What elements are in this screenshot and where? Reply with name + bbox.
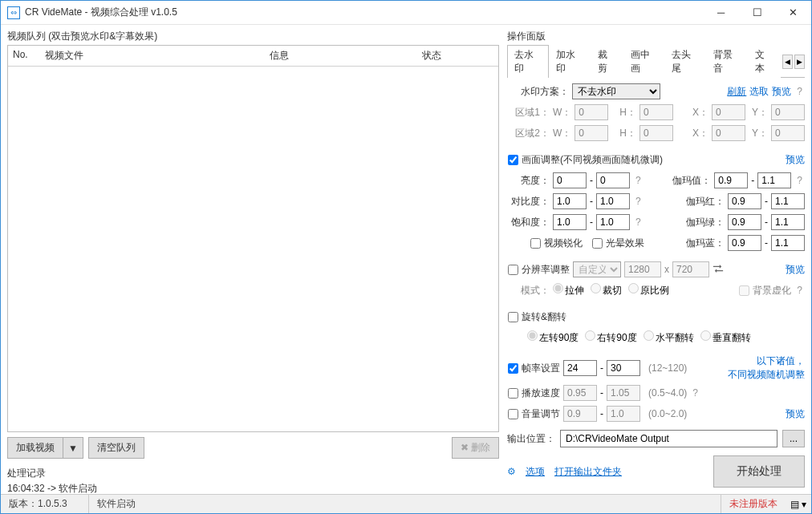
fps-lo[interactable] — [563, 360, 597, 376]
status-registration: 未注册版本 — [721, 497, 786, 511]
gammar-lo[interactable] — [728, 193, 761, 209]
area1-label: 区域1： — [508, 106, 550, 119]
open-output-link[interactable]: 打开输出文件夹 — [554, 465, 622, 479]
rot-fh-radio[interactable] — [644, 330, 654, 341]
area2-h[interactable] — [639, 125, 673, 141]
vol-hi[interactable] — [607, 406, 640, 422]
tab-add-watermark[interactable]: 加水印 — [549, 45, 591, 78]
log-title: 处理记录 — [7, 467, 499, 480]
rot-checkbox[interactable] — [508, 312, 518, 322]
area1-x[interactable] — [712, 104, 745, 120]
speed-lo[interactable] — [563, 385, 597, 401]
tab-pip[interactable]: 画中画 — [623, 45, 665, 78]
wm-scheme-label: 水印方案： — [521, 85, 569, 99]
area1-y[interactable] — [771, 104, 805, 120]
tab-crop[interactable]: 裁剪 — [591, 45, 623, 78]
panel-title: 操作面版 — [507, 28, 805, 45]
gamma-lo[interactable] — [714, 172, 748, 188]
sat-lo[interactable] — [553, 214, 587, 230]
vol-checkbox[interactable] — [508, 409, 518, 419]
start-button[interactable]: 开始处理 — [713, 455, 805, 488]
wm-scheme-select[interactable]: 不去水印 — [572, 83, 660, 99]
adj-checkbox[interactable] — [508, 155, 518, 165]
fps-checkbox[interactable] — [508, 363, 518, 374]
swap-icon[interactable] — [713, 264, 724, 276]
delete-icon: ✖ — [461, 442, 471, 453]
sharpen-checkbox[interactable] — [530, 238, 541, 249]
bright-lo[interactable] — [553, 172, 587, 188]
contrast-lo[interactable] — [553, 193, 587, 209]
rot-fv-radio[interactable] — [700, 330, 711, 341]
close-button[interactable]: ✕ — [775, 1, 811, 24]
gammag-lo[interactable] — [728, 214, 761, 230]
area2-y[interactable] — [771, 125, 805, 141]
mode-stretch-radio[interactable] — [553, 283, 563, 293]
adj-preview-link[interactable]: 预览 — [786, 153, 805, 167]
tab-scroll-left[interactable]: ◀ — [782, 55, 793, 69]
res-checkbox[interactable] — [508, 265, 518, 275]
res-preset-select[interactable]: 自定义 — [573, 261, 621, 277]
gammab-hi[interactable] — [771, 235, 805, 251]
app-icon: ⇔ — [7, 6, 20, 19]
tab-remove-watermark[interactable]: 去水印 — [507, 45, 549, 78]
minimize-button[interactable]: ─ — [703, 1, 739, 24]
col-state: 状态 — [417, 46, 498, 66]
tab-bgm[interactable]: 背景音 — [706, 45, 748, 78]
speed-checkbox[interactable] — [508, 388, 518, 399]
res-h[interactable] — [672, 261, 709, 277]
help-icon[interactable]: ? — [690, 387, 700, 399]
sat-hi[interactable] — [596, 214, 630, 230]
tab-trim[interactable]: 去头尾 — [664, 45, 706, 78]
area1-w[interactable] — [574, 104, 608, 120]
wm-refresh-link[interactable]: 刷新 — [727, 85, 746, 99]
contrast-hi[interactable] — [596, 193, 630, 209]
clear-queue-button[interactable]: 清空队列 — [88, 437, 144, 459]
fps-hi[interactable] — [607, 360, 640, 376]
help-icon[interactable]: ? — [633, 217, 644, 228]
mode-orig-radio[interactable] — [628, 283, 639, 293]
help-icon[interactable]: ? — [633, 175, 644, 186]
gamma-hi[interactable] — [757, 172, 791, 188]
list-body[interactable] — [8, 67, 498, 431]
video-queue-list[interactable]: No. 视频文件 信息 状态 — [7, 45, 499, 432]
output-path-input[interactable] — [560, 430, 777, 447]
gear-icon: ⚙ — [507, 466, 516, 477]
res-w[interactable] — [624, 261, 661, 277]
help-icon[interactable]: ? — [794, 285, 805, 296]
help-icon[interactable]: ? — [794, 175, 805, 186]
area2-w[interactable] — [574, 125, 608, 141]
res-preview-link[interactable]: 预览 — [786, 263, 805, 277]
dropdown-icon[interactable]: ▼ — [63, 439, 83, 457]
tab-scroll-right[interactable]: ▶ — [794, 55, 805, 69]
area2-label: 区域2： — [508, 127, 550, 140]
output-label: 输出位置： — [507, 432, 555, 446]
maximize-button[interactable]: ☐ — [739, 1, 775, 24]
gammar-hi[interactable] — [771, 193, 805, 209]
vol-lo[interactable] — [563, 406, 597, 422]
tab-text[interactable]: 文本 — [748, 45, 781, 78]
tabs: 去水印 加水印 裁剪 画中画 去头尾 背景音 文本 ◀ ▶ — [507, 45, 805, 78]
rot-r90-radio[interactable] — [585, 330, 595, 341]
wm-preview-link[interactable]: 预览 — [772, 85, 791, 99]
speed-hi[interactable] — [607, 385, 640, 401]
help-icon[interactable]: ? — [794, 86, 805, 97]
load-video-button[interactable]: 加载视频 ▼ — [7, 437, 83, 459]
status-menu-icon[interactable]: ▤ ▾ — [786, 499, 811, 510]
options-link[interactable]: 选项 — [526, 465, 545, 479]
browse-button[interactable]: ... — [782, 430, 805, 447]
mode-crop-radio[interactable] — [591, 283, 601, 293]
area2-x[interactable] — [712, 125, 745, 141]
area1-h[interactable] — [639, 104, 673, 120]
gammag-hi[interactable] — [771, 214, 805, 230]
bright-hi[interactable] — [596, 172, 630, 188]
rot-l90-radio[interactable] — [527, 330, 538, 341]
list-header: No. 视频文件 信息 状态 — [8, 46, 498, 67]
delete-button[interactable]: ✖ 删除 — [452, 437, 499, 459]
glow-checkbox[interactable] — [592, 238, 603, 249]
col-info: 信息 — [265, 46, 417, 66]
vol-preview-link[interactable]: 预览 — [786, 407, 805, 421]
bg-blur-checkbox[interactable] — [739, 285, 749, 296]
wm-pick-link[interactable]: 选取 — [749, 85, 769, 99]
help-icon[interactable]: ? — [633, 196, 644, 207]
gammab-lo[interactable] — [728, 235, 761, 251]
